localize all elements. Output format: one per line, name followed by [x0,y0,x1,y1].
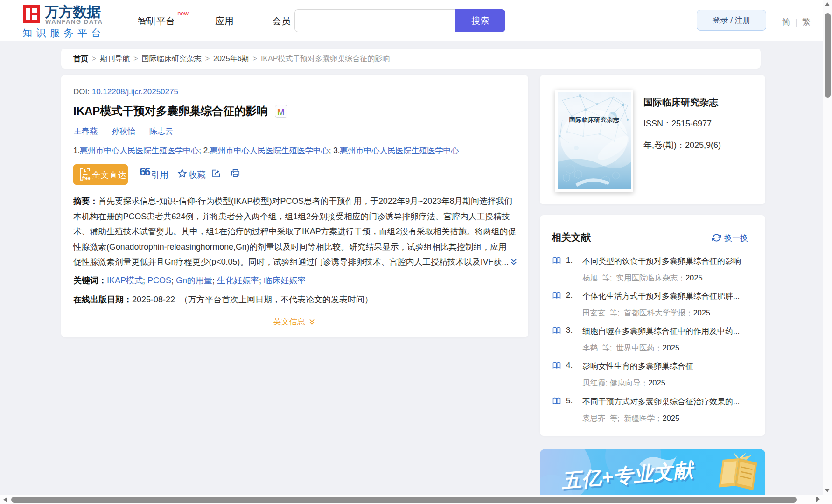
svg-text:free: free [82,175,90,181]
